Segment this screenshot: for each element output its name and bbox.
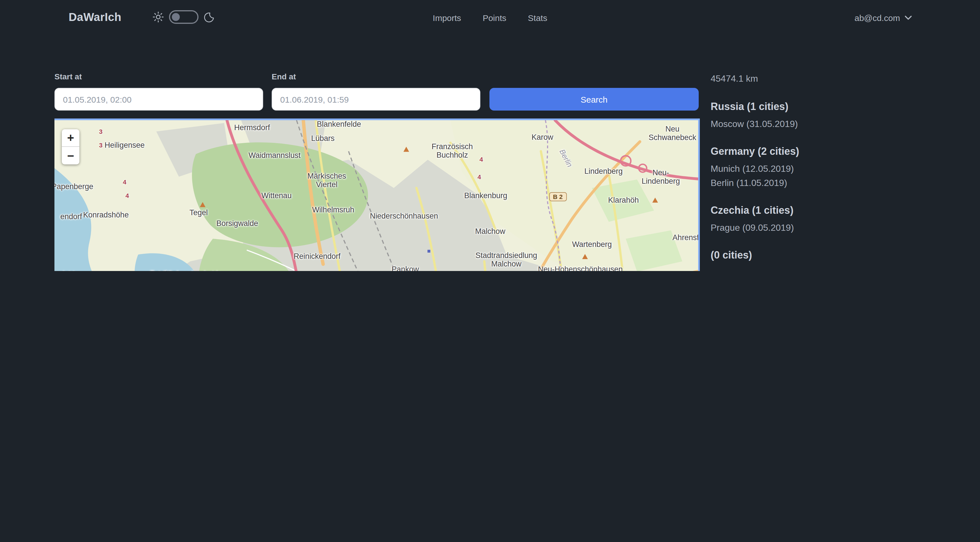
country-block: Germany (2 cities)Munich (12.05.2019)Ber… [711,146,960,190]
zoom-out-button[interactable]: − [62,147,80,164]
city-entry: Moscow (31.05.2019) [711,117,960,131]
country-block: (0 cities) [711,250,960,261]
country-name: (0 cities) [711,250,960,261]
country-block: Czechia (1 cities)Prague (09.05.2019) [711,205,960,235]
zoom-in-button[interactable]: + [62,129,80,147]
theme-toggle-group [153,10,215,24]
city-entry: Berlin (11.05.2019) [711,176,960,190]
navbar: DaWarIch ImportsPointsStats ab@cd.com [0,0,980,36]
route-layer [54,120,698,271]
chevron-down-icon [905,15,912,21]
country-block: Russia (1 cities)Moscow (31.05.2019) [711,101,960,131]
nav-link-imports[interactable]: Imports [433,13,461,23]
country-name: Czechia (1 cities) [711,205,960,216]
city-entry: Munich (12.05.2019) [711,162,960,176]
start-date-input[interactable] [54,88,263,111]
end-date-input[interactable] [272,88,480,111]
app-logo: DaWarIch [68,11,121,24]
nav-link-points[interactable]: Points [483,13,506,23]
stats-panel: 45474.1 km Russia (1 cities)Moscow (31.0… [711,74,960,271]
theme-toggle[interactable] [169,10,199,24]
start-at-label: Start at [54,72,82,81]
user-email: ab@cd.com [854,13,900,23]
stats-panel-countries: Russia (1 cities)Moscow (31.05.2019)Germ… [711,101,960,261]
search-button[interactable]: Search [490,88,699,111]
end-at-label: End at [272,72,296,81]
nav-links: ImportsPointsStats [433,0,547,36]
sun-icon [153,11,164,23]
moon-icon [204,12,215,22]
map-container[interactable]: HermsdorfBlankenfeldeLübarsFranzösisch B… [54,119,700,271]
country-name: Germany (2 cities) [711,146,960,157]
total-distance: 45474.1 km [711,74,960,84]
toggle-knob [172,13,180,21]
app-root: DaWarIch ImportsPointsStats ab@cd.com [0,0,980,271]
user-menu[interactable]: ab@cd.com [854,0,912,36]
nav-link-stats[interactable]: Stats [528,13,547,23]
city-entry: Prague (09.05.2019) [711,221,960,235]
map-zoom-control: + − [62,129,80,164]
country-name: Russia (1 cities) [711,101,960,113]
